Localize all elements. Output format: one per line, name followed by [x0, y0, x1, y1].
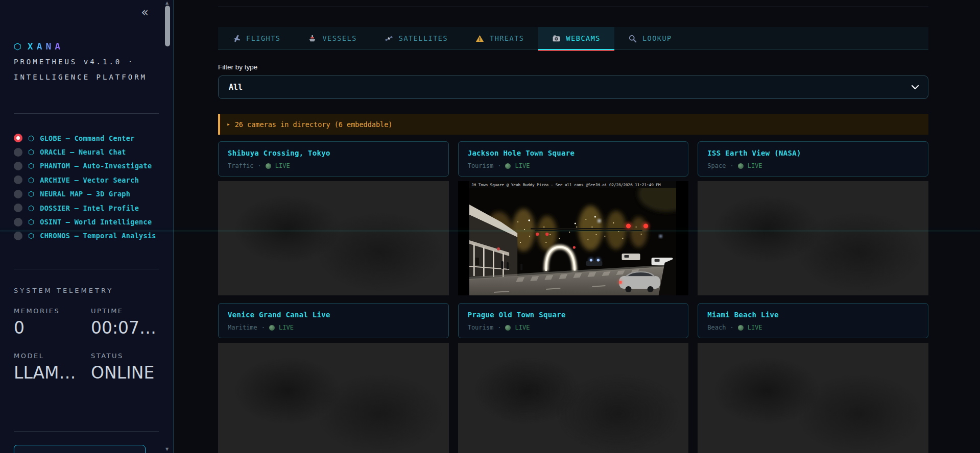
tagline-line1: PROMETHEUS v4.1.0 · [14, 58, 134, 66]
webcams-icon [552, 34, 561, 43]
webcam-video-embed[interactable]: JH Town Square @ Yeah Buddy Pizza - See … [458, 181, 689, 295]
hexagon-icon: ⬡ [28, 162, 34, 170]
tab-label: LOOKUP [642, 34, 672, 42]
stat-value: 00:07… [91, 318, 157, 338]
scroll-down-icon[interactable]: ▼ [165, 447, 169, 451]
webcam-video-embed[interactable] [698, 181, 928, 295]
stat-label: UPTIME [91, 307, 157, 315]
scrollbar-thumb[interactable] [165, 6, 170, 46]
mode-radio[interactable] [14, 232, 22, 240]
mode-radio[interactable] [14, 175, 22, 184]
webcam-card: Prague Old Town Square Tourism · LIVE [458, 303, 689, 453]
live-dot-icon [266, 163, 271, 169]
meta-separator: · [730, 324, 733, 331]
webcam-title: Miami Beach Live [707, 311, 919, 319]
tab-satellites[interactable]: SATELLITES [371, 27, 462, 49]
mode-option-3[interactable]: ⬡ PHANTOM – Auto-Investigate [14, 159, 156, 173]
webcam-video-embed[interactable] [458, 343, 689, 453]
live-status-label: LIVE [275, 162, 290, 169]
tab-lookup[interactable]: LOOKUP [614, 27, 686, 49]
telemetry-stat: STATUS ONLINE [91, 352, 157, 383]
mode-radio[interactable] [14, 134, 22, 142]
meta-separator: · [258, 162, 261, 169]
hexagon-icon: ⬡ [28, 176, 34, 184]
tab-label: THREATS [490, 34, 524, 42]
webcam-card-header: Shibuya Crossing, Tokyo Traffic · LIVE [218, 141, 449, 177]
mode-option-7[interactable]: ⬡ OSINT – World Intelligence [14, 215, 156, 229]
mode-label: DOSSIER – Intel Profile [40, 204, 139, 212]
chevron-down-icon [911, 85, 919, 90]
webcam-video-embed[interactable] [218, 343, 449, 453]
webcam-grid: Shibuya Crossing, Tokyo Traffic · LIVE J… [218, 141, 928, 453]
tab-label: WEBCAMS [566, 34, 601, 42]
webcam-card-header: Miami Beach Live Beach · LIVE [698, 303, 928, 338]
filter-type-select[interactable]: All [218, 76, 928, 99]
mode-label: GLOBE – Command Center [40, 134, 134, 142]
mode-label: ARCHIVE – Vector Search [40, 176, 139, 184]
mode-label: OSINT – World Intelligence [40, 218, 152, 226]
tab-threats[interactable]: THREATS [462, 27, 538, 49]
mode-radio[interactable] [14, 204, 22, 212]
main-panel: FLIGHTS VESSELS SATELLITES THREATS WEBCA… [174, 0, 980, 453]
webcam-category: Maritime [228, 324, 257, 331]
banner-text: 26 cameras in directory (6 embeddable) [235, 120, 393, 129]
live-dot-icon [738, 325, 744, 331]
mode-radio[interactable] [14, 148, 22, 157]
sidebar: « ⬡ XANA PROMETHEUS v4.1.0 · INTELLIGENC… [0, 0, 174, 453]
webcam-card-header: Jackson Hole Town Square Tourism · LIVE [458, 141, 689, 177]
stat-label: MODEL [14, 352, 91, 360]
webcam-category: Tourism [468, 324, 494, 331]
satellites-icon [385, 34, 393, 43]
webcam-meta: Maritime · LIVE [228, 324, 439, 331]
sidebar-scrollbar[interactable]: ▲ ▼ [164, 0, 171, 453]
sidebar-divider [14, 269, 159, 269]
mode-label: PHANTOM – Auto-Investigate [40, 162, 152, 170]
tab-label: FLIGHTS [246, 34, 280, 42]
mode-option-4[interactable]: ⬡ ARCHIVE – Vector Search [14, 173, 156, 187]
lookup-icon [628, 34, 637, 43]
tab-webcams[interactable]: WEBCAMS [538, 27, 614, 49]
mode-radio[interactable] [14, 190, 22, 198]
webcam-meta: Tourism · LIVE [468, 324, 679, 331]
hexagon-icon: ⬡ [28, 218, 34, 226]
live-status-label: LIVE [279, 324, 294, 331]
webcam-title: Shibuya Crossing, Tokyo [228, 149, 439, 157]
mode-option-5[interactable]: ⬡ NEURAL MAP – 3D Graph [14, 187, 156, 201]
tab-flights[interactable]: FLIGHTS [218, 27, 294, 49]
hexagon-logo-icon: ⬡ [14, 41, 21, 52]
webcam-video-embed[interactable] [218, 181, 449, 295]
webcam-category: Tourism [468, 162, 494, 169]
mode-option-1[interactable]: ⬡ GLOBE – Command Center [14, 131, 156, 145]
mode-list: ⬡ GLOBE – Command Center ⬡ ORACLE – Neur… [14, 131, 156, 243]
webcam-meta: Traffic · LIVE [228, 162, 439, 169]
hexagon-icon: ⬡ [28, 190, 34, 198]
sidebar-divider [14, 113, 159, 114]
webcam-card-header: Venice Grand Canal Live Maritime · LIVE [218, 303, 449, 338]
mode-radio[interactable] [14, 218, 22, 226]
tab-vessels[interactable]: VESSELS [294, 27, 370, 49]
telemetry-stat: MODEL LLAM… [14, 352, 91, 383]
sidebar-collapse-button[interactable]: « [141, 5, 149, 19]
webcam-title: ISS Earth View (NASA) [707, 149, 919, 157]
mode-radio[interactable] [14, 162, 22, 170]
live-status-label: LIVE [748, 162, 762, 169]
webcam-card: Miami Beach Live Beach · LIVE [698, 303, 928, 453]
mode-option-2[interactable]: ⬡ ORACLE – Neural Chat [14, 145, 156, 159]
webcam-title: Prague Old Town Square [468, 311, 679, 319]
webcam-video-embed[interactable] [698, 343, 928, 453]
chat-input-box[interactable] [14, 445, 146, 453]
webcam-meta: Space · LIVE [707, 162, 919, 169]
mode-option-8[interactable]: ⬡ CHRONOS – Temporal Analysis [14, 229, 156, 243]
webcam-overlay-text: JH Town Square @ Yeah Buddy Pizza - See … [471, 183, 661, 187]
camera-count-banner: ▸ 26 cameras in directory (6 embeddable) [218, 114, 928, 135]
video-letterbox: JH Town Square @ Yeah Buddy Pizza - See … [458, 181, 689, 295]
telemetry-heading: SYSTEM TELEMETRY [14, 287, 113, 294]
webcam-category: Traffic [228, 162, 254, 169]
scroll-up-icon[interactable]: ▲ [165, 1, 169, 5]
meta-separator: · [730, 162, 733, 169]
mode-option-6[interactable]: ⬡ DOSSIER – Intel Profile [14, 201, 156, 215]
webcam-card: Shibuya Crossing, Tokyo Traffic · LIVE [218, 141, 449, 295]
tagline-line2: INTELLIGENCE PLATFORM [14, 73, 147, 81]
banner-arrow-icon: ▸ [227, 121, 230, 128]
live-dot-icon [505, 325, 511, 331]
